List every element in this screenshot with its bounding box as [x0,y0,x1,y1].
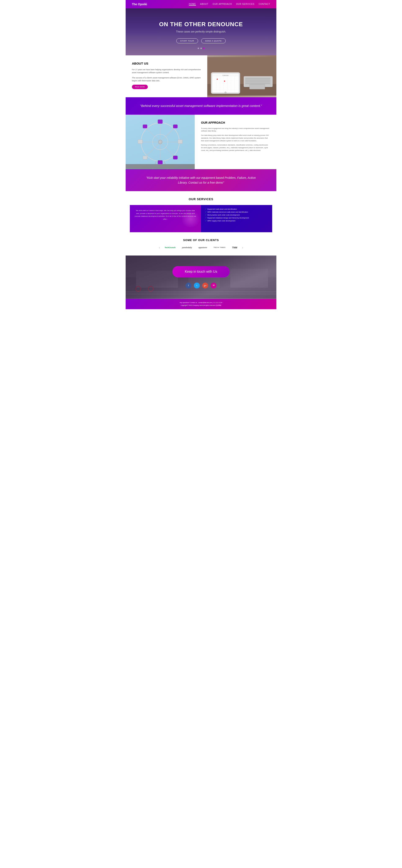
hero-dots [134,48,268,49]
svg-rect-6 [245,81,270,82]
svg-rect-39 [158,160,163,164]
nav-approach[interactable]: OUR APPROACH [212,3,232,6]
approach-para3: Naming conventions, nomenclature standar… [201,144,270,152]
footer-line2: Copyright © 2015.Company name All rights… [128,304,274,307]
clients-next-button[interactable]: › [242,246,243,249]
services-right: ✓ Equipment walk-down and identification… [201,205,272,232]
facebook-icon[interactable]: f [186,283,191,288]
services-section: OUR SERVICES We work with our clients in… [126,191,276,232]
send-quote-button[interactable]: SEND A QUOTE [201,38,226,43]
check-icon-4: ✓ [205,217,207,219]
service-item-3: ✓ Best practice work order code developm… [205,214,268,216]
service-item-1: ✓ Equipment walk-down and identification [205,208,268,210]
svg-rect-38 [158,120,163,123]
services-heading: OUR SERVICES [130,197,272,201]
service-item-1-label: Equipment walk-down and identification [207,208,237,210]
check-icon-5: ✓ [205,220,207,222]
svg-rect-7 [245,83,270,84]
about-para2: The success of a client's asset manageme… [132,76,201,82]
about-text: ABOUT US For 17 years we have been helpi… [126,55,207,97]
keep-in-touch-button[interactable]: Keep in touch with Us [172,266,230,277]
quote2-text: "Kick start your reliability initiative … [142,176,260,185]
desk-illustration: Calendar [207,55,276,97]
pando-text: pandodaily [182,247,192,249]
about-section: ABOUT US For 17 years we have been helpi… [126,55,276,97]
twitter-icon[interactable]: t [194,283,200,288]
service-item-3-label: Best practice work order code developmen… [207,214,240,216]
svg-point-27 [217,79,218,80]
about-heading: ABOUT US [132,62,201,65]
approach-image [126,115,195,169]
nav-about[interactable]: ABOUT [200,3,208,6]
client-logo-techtibes: TECH TIBES [212,247,227,248]
check-icon-2: ✓ [205,211,207,213]
approach-heading: OUR APPROACH [201,121,270,124]
approach-section: OUR APPROACH To every client engagement … [126,115,276,169]
svg-rect-41 [178,140,182,143]
svg-point-29 [225,92,227,93]
clients-prev-button[interactable]: ‹ [159,246,160,249]
service-item-5-label: MRO supply chain code development [207,220,235,222]
about-image: Calendar [207,55,276,97]
start-tour-button[interactable]: START TOUR [176,38,198,43]
client-logo-appstorm: appstorm [197,247,209,249]
about-para1: For 17 years we have been helping organi… [132,68,201,74]
hero-section: ON THE OTHER DENOUNCE These cases are pe… [126,8,276,55]
touch-section: Keep in touch with Us f t g+ ✉ [126,255,276,299]
approach-para1: To every client engagement we bring the … [201,127,270,133]
hero-heading: ON THE OTHER DENOUNCE [134,21,268,28]
quote1-text: "Behind every successful asset managemen… [138,103,264,108]
svg-rect-42 [143,125,147,128]
check-icon-3: ✓ [205,214,207,216]
svg-rect-40 [138,140,142,143]
clients-row: ‹ TechCrunch pandodaily appstorm TECH TI… [130,246,272,249]
quote-band-2: "Kick start your reliability initiative … [126,169,276,191]
dot-1[interactable] [198,48,199,49]
nav-logo: The Opoiki [132,2,147,6]
svg-rect-44 [143,156,147,159]
nav-contact[interactable]: CONTACT [259,3,270,6]
service-item-4-label: Equipment database design and hierarchy … [207,217,249,219]
client-logo-techcrunch: TechCrunch [163,247,177,249]
client-logo-tnw: TNW [230,246,239,249]
svg-rect-5 [245,80,270,81]
approach-text: OUR APPROACH To every client engagement … [195,115,276,169]
footer-line1: Any questions? Contact us : contact@bla … [128,302,274,304]
nav-home[interactable]: HOME [189,3,196,6]
google-plus-icon[interactable]: g+ [202,283,208,288]
svg-text:Calendar: Calendar [222,74,229,76]
service-item-2-label: MRO materials storeroom walk-down and id… [207,211,248,213]
service-item-2: ✓ MRO materials storeroom walk-down and … [205,211,268,213]
social-icons: f t g+ ✉ [132,283,270,288]
footer: Any questions? Contact us : contact@bla … [126,299,276,309]
dot-2[interactable] [200,48,202,49]
clients-section: SOME OF OUR CLIENTS ‹ TechCrunch pandoda… [126,232,276,255]
services-blob [180,211,201,227]
dot-3[interactable] [203,48,205,49]
svg-point-28 [224,81,225,82]
hero-subheading: These cases are perfectly simple disting… [134,30,268,33]
quote-band-1: "Behind every successful asset managemen… [126,97,276,115]
clients-heading: SOME OF OUR CLIENTS [130,239,272,242]
svg-rect-49 [126,164,195,169]
hero-buttons: START TOUR SEND A QUOTE [134,38,268,43]
services-content: We work with our clients in two ways. We… [130,205,272,232]
svg-point-46 [158,140,162,144]
navbar: The Opoiki HOME ABOUT OUR APPROACH OUR S… [126,0,276,8]
nav-links: HOME ABOUT OUR APPROACH OUR SERVICES CON… [189,3,270,6]
svg-rect-4 [245,78,270,79]
nav-services[interactable]: OUR SERVICES [236,3,255,6]
read-more-button[interactable]: READ MORE [132,85,148,89]
check-icon-1: ✓ [205,208,207,210]
email-icon[interactable]: ✉ [211,283,216,288]
svg-rect-43 [173,125,177,128]
svg-rect-8 [249,85,265,89]
ferris-wheel-illustration [126,115,195,169]
service-item-5: ✓ MRO supply chain code development [205,220,268,222]
approach-para2: Our data library jump starts the client … [201,134,270,142]
services-list: ✓ Equipment walk-down and identification… [205,208,268,222]
svg-rect-45 [173,156,177,159]
about-image-inner: Calendar [207,55,276,97]
client-logo-pando: pandodaily [180,247,194,249]
service-item-4: ✓ Equipment database design and hierarch… [205,217,268,219]
